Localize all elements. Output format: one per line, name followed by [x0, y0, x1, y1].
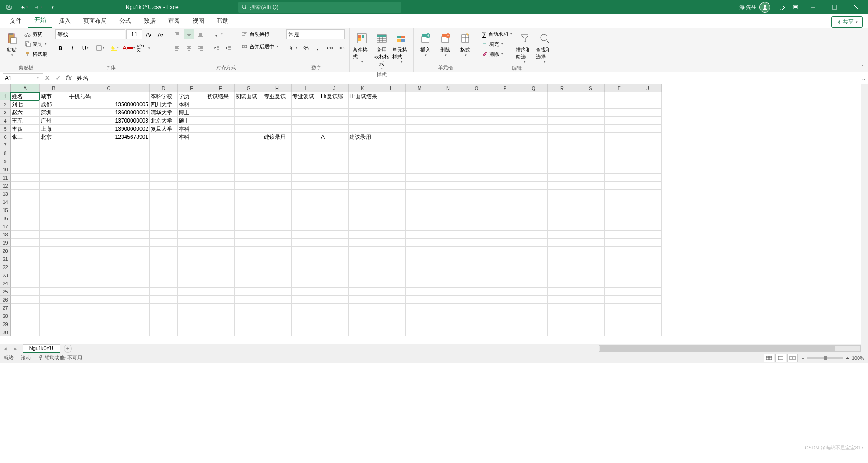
- cell[interactable]: [519, 92, 548, 100]
- cell[interactable]: 13500000005: [68, 100, 150, 109]
- cell[interactable]: [292, 263, 320, 271]
- cell[interactable]: [292, 109, 320, 117]
- cell[interactable]: [576, 312, 605, 320]
- search-box[interactable]: 搜索(Alt+Q): [238, 2, 401, 13]
- cell[interactable]: [462, 182, 491, 190]
- cell[interactable]: [263, 263, 292, 271]
- cell[interactable]: [292, 206, 320, 214]
- cell[interactable]: [462, 239, 491, 247]
- cell[interactable]: [206, 149, 235, 157]
- cell[interactable]: [206, 206, 235, 214]
- cell[interactable]: 建议录用: [349, 133, 377, 141]
- cell[interactable]: [263, 165, 292, 174]
- minimize-button[interactable]: [803, 0, 823, 14]
- cell[interactable]: [178, 190, 206, 198]
- cell[interactable]: [633, 92, 662, 100]
- cell[interactable]: [150, 222, 178, 231]
- cell[interactable]: [434, 214, 462, 222]
- cell[interactable]: 城市: [40, 92, 68, 100]
- cell[interactable]: [320, 239, 349, 247]
- cell[interactable]: [377, 100, 406, 109]
- cell[interactable]: [320, 312, 349, 320]
- cell[interactable]: [40, 174, 68, 182]
- cell[interactable]: [150, 141, 178, 149]
- cell[interactable]: [462, 165, 491, 174]
- cell[interactable]: 硕士: [178, 117, 206, 125]
- user-account[interactable]: 海 先生: [739, 2, 770, 13]
- cell[interactable]: [263, 320, 292, 328]
- cell[interactable]: [434, 198, 462, 206]
- cell[interactable]: 清华大学: [150, 109, 178, 117]
- cell[interactable]: 上海: [40, 125, 68, 133]
- cell[interactable]: [576, 117, 605, 125]
- format-painter-button[interactable]: 格式刷: [23, 49, 49, 58]
- cell[interactable]: [235, 141, 263, 149]
- cell[interactable]: [605, 222, 633, 231]
- close-button[interactable]: [846, 0, 866, 14]
- cell[interactable]: [491, 100, 519, 109]
- cell[interactable]: [292, 157, 320, 165]
- autosum-button[interactable]: ∑自动求和▾: [480, 29, 514, 38]
- clear-button[interactable]: 清除▾: [480, 49, 514, 58]
- cell[interactable]: [349, 100, 377, 109]
- cell[interactable]: [320, 231, 349, 239]
- cell[interactable]: [462, 190, 491, 198]
- cell[interactable]: Hr面试结果: [349, 92, 377, 100]
- cell[interactable]: [263, 149, 292, 157]
- cell[interactable]: [519, 271, 548, 279]
- cell[interactable]: [292, 288, 320, 296]
- cell[interactable]: [68, 198, 150, 206]
- cell[interactable]: [548, 149, 576, 157]
- cell[interactable]: [491, 288, 519, 296]
- cell[interactable]: [491, 141, 519, 149]
- cell[interactable]: 手机号码: [68, 92, 150, 100]
- cell[interactable]: [633, 271, 662, 279]
- cell[interactable]: 初试面试: [235, 92, 263, 100]
- cell[interactable]: Hr复试综: [320, 92, 349, 100]
- cell[interactable]: 深圳: [40, 109, 68, 117]
- cell[interactable]: [292, 231, 320, 239]
- cell[interactable]: [235, 174, 263, 182]
- cell[interactable]: [491, 279, 519, 288]
- cell[interactable]: [377, 328, 406, 336]
- cell[interactable]: 赵六: [11, 109, 40, 117]
- cell[interactable]: [150, 239, 178, 247]
- cell[interactable]: [263, 328, 292, 336]
- row-header[interactable]: 21: [0, 255, 11, 263]
- cell[interactable]: [605, 133, 633, 141]
- cell[interactable]: [235, 190, 263, 198]
- cell[interactable]: [633, 263, 662, 271]
- cell[interactable]: [576, 328, 605, 336]
- cell[interactable]: [320, 100, 349, 109]
- cell[interactable]: [377, 222, 406, 231]
- cell[interactable]: [263, 312, 292, 320]
- cell[interactable]: [40, 304, 68, 312]
- cell[interactable]: [11, 190, 40, 198]
- cell[interactable]: [68, 279, 150, 288]
- row-header[interactable]: 2: [0, 100, 11, 109]
- decrease-font-icon[interactable]: A▾: [155, 29, 166, 39]
- cell[interactable]: 成都: [40, 100, 68, 109]
- cell[interactable]: [434, 239, 462, 247]
- cell[interactable]: [11, 165, 40, 174]
- cell[interactable]: [68, 328, 150, 336]
- cell[interactable]: [235, 263, 263, 271]
- cell[interactable]: [434, 263, 462, 271]
- cell[interactable]: [68, 141, 150, 149]
- cell[interactable]: [377, 198, 406, 206]
- cell[interactable]: [40, 312, 68, 320]
- cell[interactable]: 姓名: [11, 92, 40, 100]
- cell[interactable]: [548, 255, 576, 263]
- row-header[interactable]: 20: [0, 247, 11, 255]
- cell[interactable]: [349, 320, 377, 328]
- cell[interactable]: [40, 141, 68, 149]
- decrease-decimal-icon[interactable]: .00.0: [336, 43, 347, 53]
- cell[interactable]: [605, 182, 633, 190]
- cell[interactable]: [178, 239, 206, 247]
- cell[interactable]: [206, 320, 235, 328]
- cell[interactable]: [68, 263, 150, 271]
- cell[interactable]: [178, 222, 206, 231]
- cell[interactable]: [633, 133, 662, 141]
- ribbon-mode-icon[interactable]: [790, 2, 801, 13]
- cell[interactable]: [491, 149, 519, 157]
